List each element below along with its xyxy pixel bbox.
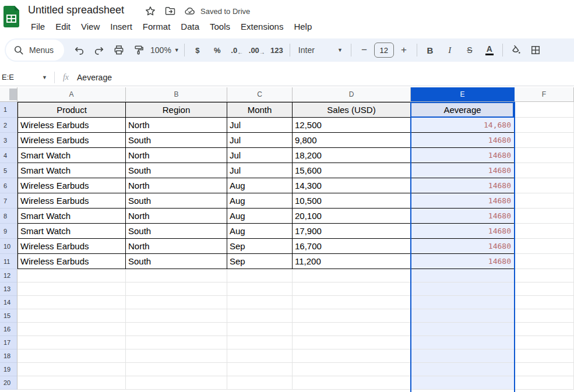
empty-cell[interactable]	[126, 336, 227, 349]
table-cell[interactable]: North	[126, 148, 227, 163]
column-header-f[interactable]: F	[515, 87, 574, 102]
table-cell[interactable]: Jul	[227, 163, 293, 178]
empty-cell[interactable]	[293, 323, 411, 336]
column-header-b[interactable]: B	[126, 87, 227, 102]
empty-cell[interactable]	[515, 269, 574, 282]
empty-cell[interactable]	[293, 309, 411, 323]
google-sheets-logo-icon[interactable]	[3, 6, 19, 27]
empty-cell[interactable]	[515, 336, 574, 349]
move-folder-icon[interactable]	[164, 5, 176, 17]
menu-item-help[interactable]: Help	[288, 19, 317, 34]
empty-cell[interactable]	[515, 349, 574, 363]
header-cell-product[interactable]: Product	[17, 102, 126, 118]
menus-search-button[interactable]: Menus	[6, 40, 64, 61]
table-cell[interactable]: North	[126, 239, 227, 254]
empty-cell[interactable]	[126, 309, 227, 323]
table-cell[interactable]: 16,700	[293, 239, 411, 254]
table-cell[interactable]: Aug	[227, 224, 293, 239]
format-currency-button[interactable]: $	[189, 42, 206, 58]
empty-cell[interactable]	[515, 239, 574, 254]
empty-cell[interactable]	[293, 269, 411, 282]
zoom-select[interactable]: 100% ▼	[150, 42, 179, 58]
table-cell[interactable]: Wireless Earbuds	[17, 118, 126, 133]
table-cell[interactable]: Sep	[227, 239, 293, 254]
average-cell[interactable]: 14680	[411, 193, 515, 209]
table-cell[interactable]: Sep	[227, 254, 293, 269]
average-cell[interactable]: 14680	[411, 133, 515, 148]
table-cell[interactable]: 12,500	[293, 118, 411, 133]
table-cell[interactable]: Smart Watch	[17, 209, 126, 224]
more-formats-button[interactable]: 123	[269, 42, 285, 58]
empty-cell[interactable]	[515, 309, 574, 323]
empty-cell[interactable]	[515, 163, 574, 178]
row-header-3[interactable]: 3	[0, 133, 17, 148]
average-cell[interactable]: 14680	[411, 209, 515, 224]
empty-cell[interactable]	[515, 254, 574, 269]
table-cell[interactable]: South	[126, 163, 227, 178]
row-header-18[interactable]: 18	[0, 349, 17, 363]
empty-cell[interactable]	[411, 336, 515, 349]
row-header-5[interactable]: 5	[0, 163, 17, 178]
table-cell[interactable]: Wireless Earbuds	[17, 133, 126, 148]
strikethrough-button[interactable]: S	[462, 42, 478, 58]
average-cell[interactable]: 14680	[411, 254, 515, 269]
empty-cell[interactable]	[515, 193, 574, 209]
increase-font-size-button[interactable]: +	[396, 42, 412, 58]
empty-cell[interactable]	[411, 323, 515, 336]
text-color-button[interactable]: A	[481, 42, 498, 58]
formula-input[interactable]: Aeverage	[77, 73, 112, 82]
row-header-16[interactable]: 16	[0, 323, 17, 336]
empty-cell[interactable]	[227, 309, 293, 323]
menu-item-view[interactable]: View	[76, 19, 105, 34]
decrease-font-size-button[interactable]: −	[356, 42, 372, 58]
table-cell[interactable]: Wireless Earbuds	[17, 254, 126, 269]
paint-format-button[interactable]	[131, 42, 147, 58]
table-cell[interactable]: South	[126, 193, 227, 209]
header-cell-aeverage[interactable]: Aeverage	[411, 102, 515, 118]
row-header-6[interactable]: 6	[0, 178, 17, 193]
increase-decimal-button[interactable]: .00→	[249, 42, 265, 58]
print-button[interactable]	[111, 42, 127, 58]
row-header-20[interactable]: 20	[0, 376, 17, 390]
table-cell[interactable]: South	[126, 224, 227, 239]
average-cell[interactable]: 14680	[411, 239, 515, 254]
saved-status[interactable]: Saved to Drive	[200, 7, 250, 16]
empty-cell[interactable]	[17, 376, 126, 390]
empty-cell[interactable]	[227, 349, 293, 363]
empty-cell[interactable]	[17, 349, 126, 363]
italic-button[interactable]: I	[442, 42, 458, 58]
table-cell[interactable]: South	[126, 133, 227, 148]
chevron-down-icon[interactable]: ▼	[42, 75, 47, 80]
empty-cell[interactable]	[227, 296, 293, 309]
select-all-corner[interactable]	[0, 87, 17, 102]
table-cell[interactable]: North	[126, 118, 227, 133]
column-header-c[interactable]: C	[227, 87, 293, 102]
table-cell[interactable]: 15,600	[293, 163, 411, 178]
average-cell[interactable]: 14680	[411, 163, 515, 178]
table-cell[interactable]: 18,200	[293, 148, 411, 163]
fill-color-button[interactable]	[508, 42, 524, 58]
empty-cell[interactable]	[515, 224, 574, 239]
table-cell[interactable]: Smart Watch	[17, 163, 126, 178]
empty-cell[interactable]	[515, 102, 574, 118]
average-cell[interactable]: 14680	[411, 178, 515, 193]
empty-cell[interactable]	[515, 178, 574, 193]
table-cell[interactable]: South	[126, 254, 227, 269]
average-cell[interactable]: 14680	[411, 148, 515, 163]
header-cell-region[interactable]: Region	[126, 102, 227, 118]
undo-button[interactable]	[71, 42, 87, 58]
empty-cell[interactable]	[17, 323, 126, 336]
cloud-saved-icon[interactable]	[184, 5, 196, 17]
empty-cell[interactable]	[411, 309, 515, 323]
empty-cell[interactable]	[126, 269, 227, 282]
empty-cell[interactable]	[411, 296, 515, 309]
table-cell[interactable]: Wireless Earbuds	[17, 178, 126, 193]
table-cell[interactable]: 11,200	[293, 254, 411, 269]
empty-cell[interactable]	[515, 296, 574, 309]
table-cell[interactable]: 20,100	[293, 209, 411, 224]
empty-cell[interactable]	[515, 118, 574, 133]
table-cell[interactable]: North	[126, 178, 227, 193]
empty-cell[interactable]	[515, 376, 574, 390]
menu-item-data[interactable]: Data	[175, 19, 205, 34]
empty-cell[interactable]	[293, 376, 411, 390]
